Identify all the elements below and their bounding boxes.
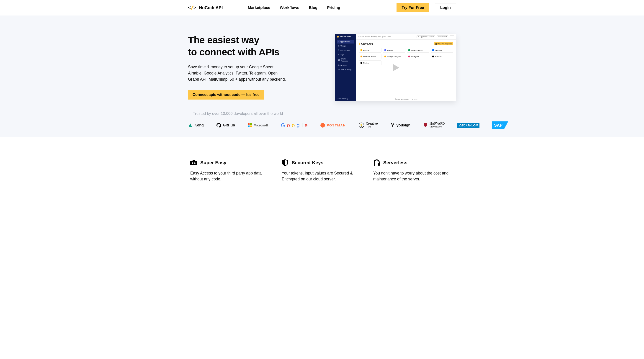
svg-rect-13 [374,163,375,166]
mock-sidebar: NoCodeAPI ⌂Applications ◔Usage ⊞Marketpl… [335,34,356,101]
trusted-section: — Trusted by over 10,000 developers all … [188,111,456,137]
mock-sidebar-item: ≡Logs [337,53,354,56]
mock-api-card: Medium [431,54,453,59]
brand-logo[interactable]: < > NoCodeAPI [188,5,223,10]
mock-api-card: Firebase Admin [359,54,382,59]
logo-microsoft: Microsoft [248,123,268,127]
hero-title: The easiest way to connect with APIs [188,34,316,58]
brand-name: NoCodeAPI [199,5,223,10]
feature-title: Super Easy [200,160,226,165]
hero-subtitle: Save time & money to set up your Google … [188,64,286,82]
logo-postman: POSTMAN [320,123,346,128]
try-free-button[interactable]: Try For Free [396,3,429,12]
feature-title: Serverless [383,160,408,165]
svg-rect-10 [192,160,195,161]
nav-link-marketplace[interactable]: Marketplace [248,5,270,10]
logo-google: Google [281,122,308,128]
feature-super-easy: Super Easy Easy Access to your third par… [190,159,271,182]
svg-rect-2 [248,123,250,125]
mock-changelog: ⟳ Changelog [337,97,348,99]
svg-point-12 [194,162,196,164]
feature-desc: Easy Access to your third party app data… [190,170,271,182]
svg-rect-3 [250,123,252,125]
svg-text:>: > [194,5,196,10]
svg-rect-4 [248,125,250,127]
logo-harvard: HARVARDUNIVERSITY [423,122,444,128]
mock-usage: 0.667% (6/900) API requests quota used [358,36,391,38]
logo-creative-tim: CreativeTim [359,122,378,129]
features-section: Super Easy Easy Access to your third par… [188,137,456,182]
mock-sidebar-item: ◔Usage [337,44,354,48]
logo-yousign: yousign [390,123,410,128]
mock-api-card: Instagram [407,54,429,59]
mock-api-card: Algolia [383,48,406,53]
feature-serverless: Serverless You don't have to worry about… [373,159,454,182]
mock-view-marketplace: ▦ View Marketplace [434,42,453,45]
nav-link-blog[interactable]: Blog [309,5,318,10]
trusted-text: — Trusted by over 10,000 developers all … [188,111,456,116]
svg-rect-9 [190,161,197,165]
hero-section: The easiest way to connect with APIs Sav… [0,15,644,137]
svg-rect-14 [378,163,380,166]
mock-sidebar-item: ⌂Applications [337,40,354,43]
logo-github: GitHub [216,123,235,128]
mock-sidebar-item: ⚙Settings [337,63,354,67]
headphones-icon [373,159,380,166]
login-button[interactable]: Login [435,3,456,12]
feature-title: Secured Keys [292,160,323,165]
mock-api-card: Calendly [431,48,453,53]
trusted-logos: Kong GitHub Microsoft Google POSTMAN Cre… [188,121,456,129]
mock-sidebar-item: ⊞Marketplace [337,48,354,52]
mock-topbar: 0.667% (6/900) API requests quota used ✦… [356,34,456,40]
svg-text:<: < [188,5,191,10]
mock-menu: ⋯ [450,35,454,38]
svg-point-7 [360,124,362,126]
nav-actions: Try For Free Login [396,3,456,12]
nav-links: Marketplace Workflows Blog Pricing [248,5,340,10]
nav-link-workflows[interactable]: Workflows [280,5,300,10]
logo-icon: < > [188,5,197,10]
svg-rect-5 [250,125,252,127]
mock-api-card: Notion [359,60,382,65]
hero-cta-button[interactable]: Connect apis without code — It's free [188,90,264,99]
feature-desc: Your tokens, input values are Secured & … [282,170,362,182]
svg-text:SAP: SAP [494,123,502,128]
mock-sidebar-item: ▭Plan & Billing [337,68,354,71]
shield-icon [282,159,288,166]
logo-kong: Kong [188,123,204,128]
camera-icon [190,159,197,166]
feature-secured-keys: Secured Keys Your tokens, input values a… [282,159,362,182]
hero-text: The easiest way to connect with APIs Sav… [188,34,316,101]
mock-footer: ©2021 NoCodeAPI Pte. Ltd. [356,97,456,101]
mock-api-card: Airtable [359,48,382,53]
site-header: < > NoCodeAPI Marketplace Workflows Blog… [0,0,644,15]
mock-support: ☺ Support [437,35,448,38]
feature-desc: You don't have to worry about the cost a… [373,170,454,182]
svg-point-11 [192,162,193,164]
logo-sap: SAP [492,121,508,129]
hero-title-line1: The easiest way [188,35,259,45]
mock-body: Active APIs ▦ View Marketplace AirtableA… [356,40,456,97]
nav-link-pricing[interactable]: Pricing [327,5,340,10]
mock-api-card: Google Sheets [407,48,429,53]
play-icon [393,64,399,71]
mock-sidebar-item: ⚿OAuth Accounts [337,57,354,63]
mock-brand: NoCodeAPI [340,35,351,38]
logo-decathlon: DECATHLON [457,123,480,128]
mock-upgrade: ✦ Upgrade Account [416,35,436,38]
hero-title-line2: to connect with APIs [188,47,280,57]
play-button[interactable] [385,57,406,78]
mock-active-apis-title: Active APIs [359,43,374,45]
top-nav: < > NoCodeAPI Marketplace Workflows Blog… [188,0,456,15]
demo-video-thumbnail[interactable]: NoCodeAPI ⌂Applications ◔Usage ⊞Marketpl… [335,34,456,101]
